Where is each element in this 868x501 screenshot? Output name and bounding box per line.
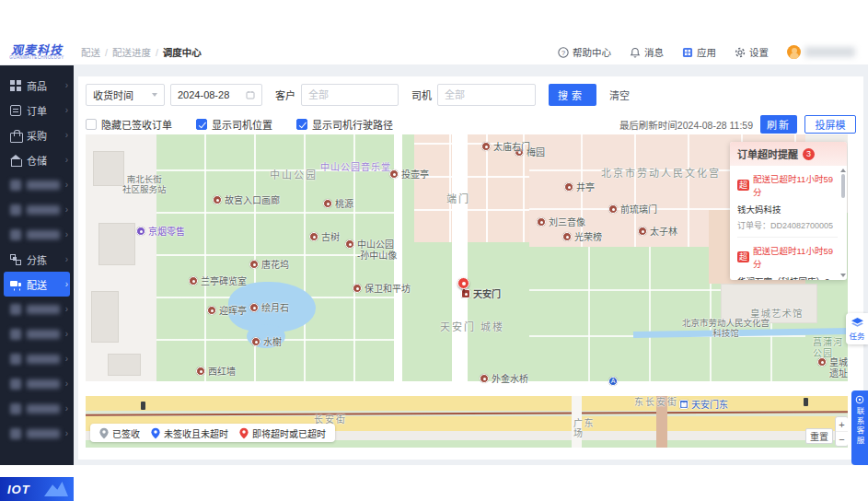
map-poi: 太庙右门 [481, 142, 530, 153]
poi-label: A [608, 378, 618, 385]
map-reset-button[interactable]: 重置 [805, 428, 833, 444]
sidebar-item[interactable]: 分拣 › [0, 247, 74, 272]
chevron-right-icon: › [65, 403, 68, 414]
zoom-out-button[interactable]: − [836, 432, 848, 446]
messages-link[interactable]: 消息 [630, 45, 664, 59]
sidebar-item-label [27, 379, 60, 389]
map-poi: 京烟零售 [136, 227, 185, 238]
sidebar-item-label [27, 305, 60, 314]
breadcrumb-item[interactable]: 调度中心 [163, 45, 202, 59]
sidebar-item-label: 商品 [27, 78, 47, 93]
pin-icon [151, 427, 160, 439]
breadcrumb-item[interactable]: 配送进度 [112, 45, 163, 59]
sidebar-item-icon [10, 379, 21, 390]
sidebar-item-icon [10, 180, 21, 191]
help-center-link[interactable]: ? 帮助中心 [558, 45, 611, 59]
poi-marker-icon [457, 277, 469, 289]
sidebar-item[interactable]: › [0, 421, 74, 446]
poi-label: 迎晖亭 [219, 306, 247, 317]
show-driver-position-checkbox[interactable]: 显示司机位置 [196, 117, 272, 132]
apps-link[interactable]: 应用 [682, 45, 716, 59]
poi-marker-icon [196, 367, 205, 376]
contact-support-label: 联系客服 [854, 407, 865, 446]
map-poi [457, 277, 472, 289]
zoom-in-button[interactable]: + [836, 417, 848, 432]
sidebar-item[interactable]: 配送 › [4, 272, 70, 297]
cast-mode-button[interactable]: 投屏模式 [804, 115, 856, 134]
show-driver-route-checkbox[interactable]: 显示司机行驶路径 [296, 117, 393, 132]
driver-input[interactable] [437, 84, 536, 106]
poi-marker-icon [251, 337, 260, 346]
sidebar-item[interactable]: 采购 › [0, 122, 74, 147]
sidebar-item-icon [10, 304, 21, 315]
sidebar-item-label [27, 355, 60, 364]
settings-link[interactable]: 设置 [735, 45, 769, 59]
order-timeout-item[interactable]: 超 配送已超时11小时59分 钱大妈科技 订单号：DD24082700005 [737, 166, 838, 238]
traffic-light-icon [141, 402, 145, 410]
sidebar-item[interactable]: › [0, 172, 74, 197]
map-poi: 北京市劳动人民文化宫 科技馆 [682, 319, 770, 339]
sidebar-item[interactable]: 仓储 › [0, 147, 74, 172]
map-canvas[interactable]: 梅园 太庙右门 投壶亭 故宫入口画廊 井亭 [86, 134, 848, 448]
map-building [98, 223, 135, 265]
show-driver-position-label: 显示司机位置 [212, 117, 272, 132]
poi-label: 天安门东 [691, 400, 728, 411]
poi-marker-icon [213, 195, 222, 204]
order-timeout-item[interactable]: 超 配送已超时11小时59分 华润万家（科技园店）2 订单号：DD2408270… [737, 238, 838, 280]
sidebar-item[interactable]: › [0, 396, 74, 421]
poi-marker-icon [189, 276, 198, 285]
sidebar-item[interactable]: › [0, 346, 74, 371]
legend-item: 即将超时或已超时 [239, 426, 326, 440]
sidebar-item[interactable]: 订单 › [0, 98, 74, 122]
sidebar-item[interactable]: › [0, 371, 74, 396]
sidebar-item-label: 采购 [27, 128, 47, 143]
poi-marker-icon [638, 227, 647, 236]
order-panel-scrollbar[interactable] [839, 168, 846, 278]
chevron-right-icon: › [65, 130, 68, 140]
main-panel: 收货时间 2024-08-28 客户 司机 搜索 清空 隐藏已签收订单 [78, 76, 863, 460]
poi-marker-icon [480, 374, 489, 383]
poi-label: 菖蒲河公园 [813, 337, 848, 358]
clear-link[interactable]: 清空 [609, 87, 630, 102]
hide-signed-checkbox[interactable]: 隐藏已签收订单 [86, 117, 172, 132]
chevron-right-icon: › [65, 80, 68, 90]
sidebar-item[interactable]: › [0, 321, 74, 346]
gear-icon [735, 47, 746, 58]
sidebar-item[interactable]: › [0, 297, 74, 321]
sidebar-item[interactable]: › [0, 222, 74, 247]
breadcrumb-item[interactable]: 配送 [81, 45, 112, 59]
brand-subtitle: GUANMAITECHNOLOGY [0, 56, 74, 61]
refresh-button[interactable]: 刷新 [760, 115, 797, 134]
map-road-changan-avenue [86, 396, 848, 411]
customer-input[interactable] [301, 84, 399, 106]
contact-support-button[interactable]: 联系客服 [851, 390, 868, 465]
sidebar-item-icon [10, 428, 21, 439]
page: 观麦科技 GUANMAITECHNOLOGY 配送配送进度调度中心 ? 帮助中心… [0, 0, 868, 501]
date-value: 2024-08-28 [178, 89, 229, 100]
iot-banner[interactable]: IOT [0, 477, 74, 501]
poi-marker-icon [564, 182, 573, 192]
sidebar-item[interactable]: › [0, 197, 74, 222]
poi-label: 保卫和平坊 [365, 284, 411, 295]
poi-label: 太庙右门 [493, 142, 530, 153]
time-type-select[interactable]: 收货时间 [86, 84, 165, 106]
sidebar-item-icon [10, 254, 21, 265]
user-account[interactable] [787, 45, 855, 59]
sidebar-item-icon [10, 130, 21, 141]
scroll-down-icon[interactable] [840, 274, 846, 277]
scrollbar-thumb[interactable] [841, 174, 845, 198]
top-nav: ? 帮助中心 消息 应用 设置 [558, 45, 868, 59]
top-bar: 观麦科技 GUANMAITECHNOLOGY 配送配送进度调度中心 ? 帮助中心… [0, 40, 868, 65]
map-poi: 天安门 城楼 [440, 321, 504, 333]
search-button[interactable]: 搜索 [549, 84, 596, 106]
date-picker[interactable]: 2024-08-28 [170, 84, 262, 106]
poi-marker-icon [679, 400, 689, 409]
scroll-up-icon[interactable] [840, 169, 846, 172]
sidebar-item[interactable]: 商品 › [0, 73, 74, 98]
sidebar-item-label [27, 404, 60, 414]
poi-label: 前琉璃门 [620, 204, 657, 216]
sidebar-item-label [27, 181, 60, 190]
task-fab-button[interactable]: 任务 [846, 313, 868, 344]
order-timeout-title: 订单超时提醒 [737, 146, 798, 161]
poi-label: 京烟零售 [148, 227, 185, 238]
